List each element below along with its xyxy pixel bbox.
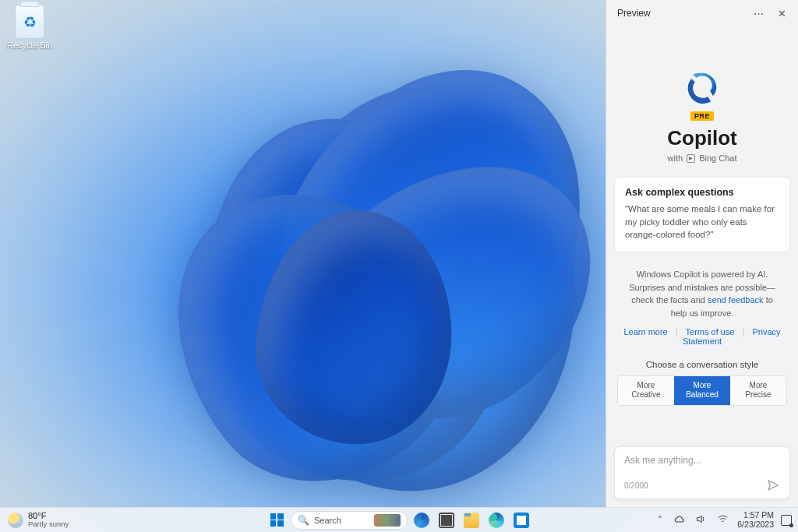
edge-icon [489,513,504,528]
recycle-bin-label: Recycle Bin [6,41,53,50]
style-creative-line2: Creative [618,390,674,400]
link-separator: | [676,327,678,336]
desktop-wallpaper[interactable]: ♻ Recycle Bin Preview ⋯ ✕ PRE Copilot wi… [0,0,798,532]
send-feedback-link[interactable]: send feedback [708,295,764,305]
copilot-body: PRE Copilot with Bing Chat Ask complex q… [606,26,798,446]
more-options-button[interactable]: ⋯ [747,2,770,25]
pre-badge: PRE [690,111,714,121]
search-icon: 🔍 [298,515,309,526]
network-tray-icon[interactable] [715,512,730,529]
terms-link[interactable]: Terms of use [686,327,735,336]
tray-overflow-button[interactable]: ˄ [656,513,664,527]
task-view-button[interactable] [436,509,457,531]
volume-tray-icon[interactable] [694,512,708,529]
chat-input[interactable]: Ask me anything... [624,455,780,467]
copilot-subtitle: with Bing Chat [617,153,787,163]
conversation-style-block: Choose a conversation style More Creativ… [614,358,790,414]
notifications-button[interactable] [781,515,792,526]
learn-more-link[interactable]: Learn more [623,327,667,336]
windows-logo-icon [270,513,284,527]
store-icon [514,513,529,528]
send-icon[interactable] [766,478,780,492]
onedrive-tray-icon[interactable] [671,511,687,529]
system-tray: ˄ 1:57 PM 6/23/2023 [656,511,798,529]
microsoft-store-button[interactable] [510,509,532,531]
conversation-style-label: Choose a conversation style [617,360,787,369]
weather-condition: Partly sunny [28,520,69,528]
style-balanced-line1: More [674,381,730,390]
chat-input-area[interactable]: Ask me anything... 0/2000 [614,446,790,499]
search-placeholder: Search [314,516,341,525]
subtitle-suffix: Bing Chat [699,153,736,163]
copilot-taskbar-button[interactable] [411,509,433,531]
footer-links: Learn more | Terms of use | Privacy Stat… [614,324,790,358]
task-view-icon [439,513,454,528]
bing-icon [687,154,695,163]
style-balanced-line2: Balanced [674,390,730,400]
conversation-style-segmented: More Creative More Balanced More Precise [617,375,787,406]
clock-time: 1:57 PM [737,511,774,520]
style-precise-line2: Precise [730,390,786,400]
copilot-panel: Preview ⋯ ✕ PRE Copilot with Bing Chat A… [606,0,798,507]
file-explorer-button[interactable] [461,509,482,531]
suggestion-card[interactable]: Ask complex questions "What are some mea… [614,177,790,252]
weather-icon [8,513,23,528]
subtitle-prefix: with [668,153,683,163]
start-button[interactable] [266,509,288,531]
char-counter: 0/2000 [624,481,648,490]
style-option-creative[interactable]: More Creative [618,376,674,405]
copilot-hero: PRE Copilot with Bing Chat [614,26,790,177]
taskbar-search[interactable]: 🔍 Search [291,511,408,530]
search-highlights-icon [374,514,401,527]
taskbar: 80°F Partly sunny 🔍 Search ˄ [0,507,798,532]
clock-date: 6/23/2023 [737,520,774,530]
copilot-title: Copilot [617,126,787,150]
suggestion-card-heading: Ask complex questions [625,187,779,198]
copilot-icon [414,513,429,528]
weather-widget[interactable]: 80°F Partly sunny [0,512,69,528]
file-explorer-icon [464,513,479,528]
suggestion-card-example: "What are some meals I can make for my p… [625,203,779,241]
style-option-precise[interactable]: More Precise [730,376,786,405]
style-option-balanced[interactable]: More Balanced [674,376,730,405]
link-separator: | [743,327,745,336]
style-creative-line1: More [618,381,674,390]
copilot-header-title: Preview [617,8,651,19]
copilot-logo-icon [685,70,719,104]
taskbar-center: 🔍 Search [266,508,532,532]
copilot-header: Preview ⋯ ✕ [606,0,798,26]
style-precise-line1: More [730,381,786,390]
close-button[interactable]: ✕ [770,2,793,25]
recycle-bin[interactable]: ♻ Recycle Bin [6,5,53,50]
edge-button[interactable] [486,509,507,531]
wallpaper-bloom [94,31,608,514]
taskbar-clock[interactable]: 1:57 PM 6/23/2023 [737,511,774,529]
recycle-bin-icon: ♻ [15,5,44,39]
disclaimer-text: Windows Copilot is powered by AI. Surpri… [614,262,790,324]
